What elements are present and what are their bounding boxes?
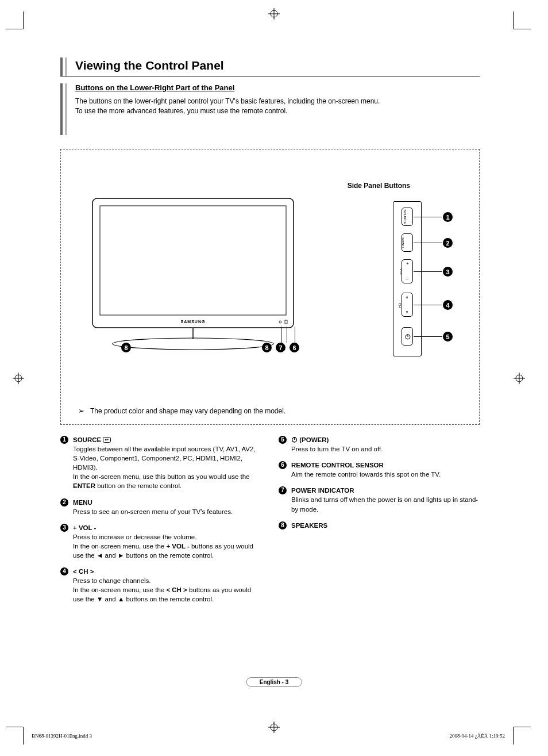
description-item: 3+ VOL -Press to increase or decrease th… [60,523,261,560]
section-title-bar: Viewing the Control Panel [60,57,480,76]
page-content: Viewing the Control Panel Buttons on the… [60,57,480,611]
intro-line: To use the more advanced features, you m… [75,107,288,115]
item-heading: (POWER) [291,436,329,443]
crop-mark [513,727,514,745]
description-item: 4< CH >Press to change channels.In the o… [60,567,261,604]
callout-8-icon: 8 [262,343,272,352]
item-heading: + VOL - [73,524,96,531]
registration-mark-icon [268,722,280,733]
item-description: Toggles between all the available input … [73,446,256,489]
item-description: Press to change channels.In the on-scree… [73,577,251,603]
svg-rect-13 [100,206,286,315]
item-number-icon: 1 [60,436,68,444]
callout-3-icon: 3 [443,267,453,277]
intro-text: The buttons on the lower-right panel con… [75,97,380,117]
page-number-footer: English - 3 [246,677,302,687]
section-subtitle: Buttons on the Lower-Right Part of the P… [75,83,380,92]
callout-6-icon: 6 [290,343,299,352]
panel-button-vol: + VOL − [402,259,413,283]
callout-line [287,327,287,343]
item-description: Aim the remote control towards this spot… [291,471,441,478]
svg-rect-12 [92,198,294,328]
panel-button-label: SOURCE [403,209,407,224]
crop-mark [6,29,23,29]
tv-brand: SAMSUNG [181,320,206,324]
item-heading: SOURCE [73,436,111,443]
item-body: MENUPress to see an on-screen menu of yo… [73,498,261,516]
intro-line: The buttons on the lower-right panel con… [75,97,380,105]
crop-mark [6,727,23,727]
accent-bar [65,83,67,135]
item-body: < CH >Press to change channels.In the on… [73,567,261,604]
item-heading: SPEAKERS [291,522,327,529]
panel-button-power [402,327,413,346]
item-number-icon: 2 [60,498,68,506]
item-description: Press to increase or decrease the volume… [73,534,253,559]
crop-mark [513,11,514,29]
panel-button-label: MENU [401,237,404,248]
diagram-note: ➢ The product color and shape may vary d… [78,406,285,415]
callout-8-icon: 8 [121,343,131,352]
callout-4-icon: 4 [443,300,453,310]
item-body: (POWER)Press to turn the TV on and off. [291,435,480,454]
description-item: 8SPEAKERS [279,521,480,530]
svg-point-17 [113,338,273,350]
item-body: SPEAKERS [291,521,480,530]
item-body: SOURCE Toggles between all the available… [73,435,261,491]
crop-mark [23,727,24,745]
callout-line [414,217,442,217]
callout-1-icon: 1 [443,212,453,222]
doc-footer-right: 2008-04-14 ¿ÀÈÄ 1:19:52 [450,733,505,739]
registration-mark-icon [13,373,24,384]
svg-rect-15 [285,320,287,324]
item-heading: REMOTE CONTROL SENSOR [291,462,384,469]
accent-bar [60,57,63,76]
item-heading: < CH > [73,568,94,575]
registration-mark-icon [268,8,280,20]
item-number-icon: 6 [279,461,287,469]
callout-line [281,327,281,343]
callout-line [414,305,442,305]
accent-bar [65,57,67,76]
item-description: Press to turn the TV on and off. [291,446,383,452]
callout-line [414,271,442,272]
callout-line [295,327,295,343]
diagram-container: Side Panel Buttons SAMSUNG 8 [60,149,480,425]
callout-5-icon: 5 [443,332,453,341]
item-number-icon: 8 [279,521,287,529]
accent-bar [60,83,63,135]
item-description: Press to see an on-screen menu of your T… [73,508,233,515]
callout-2-icon: 2 [443,238,453,248]
side-panel-illustration: SOURCE MENU + VOL − ∧ CH ∨ [393,201,422,356]
description-columns: 1SOURCE Toggles between all the availabl… [60,435,480,611]
note-icon: ➢ [78,406,84,415]
description-item: 7POWER INDICATORBlinks and turns off whe… [279,486,480,513]
panel-button-menu: MENU [402,233,413,252]
item-number-icon: 3 [60,524,68,532]
item-description: Blinks and turns off when the power is o… [291,496,478,512]
registration-mark-icon [514,373,525,384]
panel-button-source: SOURCE [402,208,413,226]
description-item: 5 (POWER)Press to turn the TV on and off… [279,435,480,454]
left-column: 1SOURCE Toggles between all the availabl… [60,435,261,611]
item-number-icon: 5 [279,436,287,444]
panel-button-label: VOL [399,268,403,275]
subtitle-row: Buttons on the Lower-Right Part of the P… [60,83,480,135]
item-body: REMOTE CONTROL SENSORAim the remote cont… [291,460,480,479]
item-heading: POWER INDICATOR [291,487,354,494]
description-item: 2MENUPress to see an on-screen menu of y… [60,498,261,516]
tv-front-illustration: SAMSUNG 8 8 7 6 [90,195,308,370]
description-item: 1SOURCE Toggles between all the availabl… [60,435,261,491]
item-number-icon: 7 [279,486,287,494]
crop-mark [514,29,531,29]
callout-line [414,243,442,243]
item-number-icon: 4 [60,567,68,575]
crop-mark [23,11,24,29]
side-panel-label: Side Panel Buttons [348,182,410,190]
right-column: 5 (POWER)Press to turn the TV on and off… [279,435,480,611]
page-title: Viewing the Control Panel [75,59,224,72]
callout-line [414,336,442,337]
crop-mark [514,727,531,727]
note-text: The product color and shape may vary dep… [90,407,285,415]
doc-footer-left: BN68-01392H-01Eng.indd 3 [32,733,92,739]
